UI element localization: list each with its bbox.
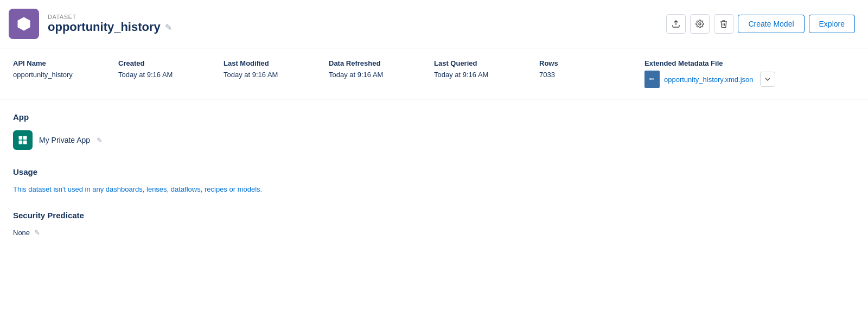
svg-rect-6 <box>23 141 27 144</box>
meta-rows-value: 7033 <box>539 71 644 79</box>
meta-rows: Rows 7033 <box>539 59 644 79</box>
svg-rect-3 <box>19 136 23 140</box>
security-value: None <box>13 229 30 237</box>
explore-button[interactable]: Explore <box>809 15 855 33</box>
dataset-name-edit-icon[interactable]: ✎ <box>165 22 172 33</box>
delete-button[interactable] <box>714 14 733 34</box>
svg-rect-4 <box>23 136 27 140</box>
meta-data-refreshed-label: Data Refreshed <box>329 59 434 67</box>
meta-last-modified: Last Modified Today at 9:16 AM <box>224 59 329 79</box>
meta-data-refreshed-value: Today at 9:16 AM <box>329 71 434 79</box>
create-model-button[interactable]: Create Model <box>738 15 804 33</box>
header-actions: Create Model Explore <box>666 14 855 34</box>
meta-xmd: Extended Metadata File XMD opportunity_h… <box>644 59 855 88</box>
xmd-file-row: XMD opportunity_history.xmd.json <box>644 71 855 88</box>
usage-section: Usage This dataset isn't used in any das… <box>13 167 855 193</box>
meta-xmd-label: Extended Metadata File <box>644 59 855 67</box>
main-content: App My Private App ✎ Usage This dataset … <box>0 99 868 267</box>
app-edit-icon[interactable]: ✎ <box>97 136 103 144</box>
meta-last-queried-label: Last Queried <box>434 59 539 67</box>
page-header: DATASET opportunity_history ✎ <box>0 0 868 48</box>
security-section-title: Security Predicate <box>13 211 855 220</box>
gear-icon <box>695 20 704 28</box>
meta-api-name-label: API Name <box>13 59 118 67</box>
security-section: Security Predicate None ✎ <box>13 211 855 237</box>
svg-text:XMD: XMD <box>649 78 654 80</box>
dataset-name-row: opportunity_history ✎ <box>48 20 172 34</box>
chevron-down-icon <box>765 77 770 82</box>
dataset-type-label: DATASET <box>48 14 172 20</box>
upload-button[interactable] <box>666 14 686 34</box>
security-row: None ✎ <box>13 229 855 237</box>
app-icon <box>13 130 33 150</box>
svg-rect-5 <box>19 141 23 144</box>
trash-icon <box>719 20 728 28</box>
header-left: DATASET opportunity_history ✎ <box>9 9 172 39</box>
meta-last-modified-label: Last Modified <box>224 59 329 67</box>
meta-data-refreshed: Data Refreshed Today at 9:16 AM <box>329 59 434 79</box>
meta-rows-label: Rows <box>539 59 644 67</box>
app-logo-icon <box>17 135 28 146</box>
xmd-dropdown-button[interactable] <box>760 72 775 87</box>
app-section-title: App <box>13 112 855 122</box>
settings-button[interactable] <box>690 14 710 34</box>
upload-icon <box>672 20 680 28</box>
dataset-icon <box>9 9 39 39</box>
dataset-name: opportunity_history <box>48 20 161 34</box>
hexagon-icon <box>16 16 32 32</box>
meta-last-queried-value: Today at 9:16 AM <box>434 71 539 79</box>
meta-created-value: Today at 9:16 AM <box>118 71 224 79</box>
svg-point-0 <box>699 23 701 25</box>
header-title-area: DATASET opportunity_history ✎ <box>48 14 172 34</box>
meta-created-label: Created <box>118 59 224 67</box>
app-row: My Private App ✎ <box>13 130 855 150</box>
meta-api-name-value: opportunity_history <box>13 71 118 79</box>
app-section: App My Private App ✎ <box>13 112 855 150</box>
meta-last-modified-value: Today at 9:16 AM <box>224 71 329 79</box>
usage-section-title: Usage <box>13 167 855 176</box>
xmd-file-icon: XMD <box>644 71 660 88</box>
xmd-filename[interactable]: opportunity_history.xmd.json <box>664 75 754 84</box>
meta-api-name: API Name opportunity_history <box>13 59 118 79</box>
meta-created: Created Today at 9:16 AM <box>118 59 224 79</box>
security-edit-icon[interactable]: ✎ <box>34 229 40 237</box>
meta-last-queried: Last Queried Today at 9:16 AM <box>434 59 539 79</box>
file-icon: XMD <box>647 74 657 85</box>
metadata-bar: API Name opportunity_history Created Tod… <box>0 48 868 99</box>
usage-text: This dataset isn't used in any dashboard… <box>13 185 855 193</box>
app-name: My Private App <box>39 136 90 144</box>
